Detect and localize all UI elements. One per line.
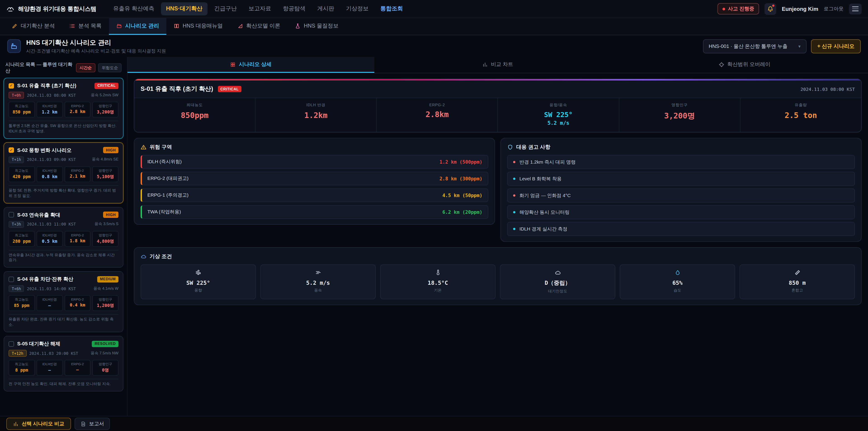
severity-badge: CRITICAL	[95, 83, 119, 89]
recommendation-item: IDLH 경계 실시간 측정	[507, 222, 855, 236]
menu-button[interactable]	[849, 3, 862, 14]
tab-scenario-detail[interactable]: 시나리오 상세	[127, 57, 374, 73]
nav-item-rescue[interactable]: 긴급구난	[209, 2, 242, 16]
metric-idlh: IDLH반경1.2 km	[37, 102, 63, 118]
chevron-down-icon: ▾	[798, 43, 801, 49]
tab-compare-chart[interactable]: 비교 차트	[374, 57, 621, 73]
tab-hns-manual[interactable]: HNS 대응매뉴얼	[166, 18, 230, 35]
metric-erpg2: ERPG-20.4 km	[64, 296, 91, 311]
nav-item-integrated-search[interactable]: 통합조회	[375, 2, 408, 16]
page-header: HNS 대기확산 시나리오 관리 시간·조건별 대기확산 예측 시나리오 비교·…	[0, 35, 868, 57]
bell-icon	[767, 6, 774, 12]
logout-link[interactable]: 로그아웃	[824, 5, 844, 12]
recommendation-item: 해양확산 동시 모니터링	[507, 205, 855, 219]
bar-chart-icon	[13, 421, 19, 427]
scenario-title: S-02 풍향 변화 시나리오	[17, 147, 100, 154]
scenario-description: 풍향 SE 전환. 주거지역 방향 확산 확대. 영향인구 증가. 대피 범위 …	[8, 185, 119, 199]
scenario-checkbox[interactable]	[8, 341, 14, 346]
metric-erpg2: ERPG-22.8 km	[64, 102, 91, 118]
top-nav: 해양환경 위기대응 통합시스템 유출유 확산예측 HNS·대기확산 긴급구난 보…	[0, 0, 868, 18]
scenario-card-s04[interactable]: S-04 유출 차단·잔류 확산 MEDIUM T+6h 2024.11.03 …	[4, 271, 123, 333]
scenario-checkbox[interactable]	[8, 148, 14, 153]
detail-metric-max-concentration: 최대농도 850ppm	[134, 98, 255, 132]
detail-metric-erpg2: ERPG-2 2.8km	[377, 98, 498, 132]
notifications-button[interactable]	[765, 3, 776, 15]
scenario-card-s02[interactable]: S-02 풍향 변화 시나리오 HIGH T+1h 2024.11.03 09:…	[4, 143, 123, 204]
detail-metric-strip: 최대농도 850ppm IDLH 반경 1.2km ERPG-2 2.8km	[134, 98, 861, 132]
metric-idlh: IDLH반경—	[37, 360, 63, 376]
weather-wind-speed: 5.2 m/s 풍속	[260, 265, 376, 299]
danger-zone-twa: TWA (작업허용) 6.2 km (20ppm)	[141, 205, 488, 219]
sidebar-title: 시나리오 목록 — 톨루엔 대기확산	[5, 61, 73, 74]
detail-metric-spill-amount: 유출량 2.5 ton	[741, 98, 861, 132]
severity-badge: HIGH	[103, 147, 119, 153]
metric-concentration: 최고농도280 ppm	[8, 231, 35, 247]
wind-label: 풍속 4.1m/s W	[93, 286, 119, 291]
book-icon	[174, 23, 180, 29]
tab-diffusion-analysis[interactable]: 대기확산 분석	[4, 18, 62, 35]
tab-range-overlay[interactable]: 확산범위 오버레이	[621, 57, 868, 73]
nav-item-hns-diffusion[interactable]: HNS·대기확산	[161, 2, 207, 16]
metric-concentration: 최고농도850 ppm	[8, 102, 35, 118]
nav-item-board[interactable]: 게시판	[312, 2, 339, 16]
thermometer-icon	[435, 269, 441, 276]
content: 시나리오 목록 — 톨루엔 대기확산 시간순 위험도순 S-01 유출 직후 (…	[0, 57, 868, 416]
danger-zones-panel: 위험 구역 IDLH (즉시위험) 1.2 km (500ppm) ERPG-2…	[134, 138, 495, 225]
nav-item-weather[interactable]: 기상정보	[341, 2, 374, 16]
nav-item-oil-spill[interactable]: 유출유 확산예측	[108, 2, 159, 16]
wind-icon	[195, 269, 202, 276]
tab-hns-substance-info[interactable]: HNS 물질정보	[287, 18, 346, 35]
cloud-icon	[141, 254, 147, 259]
tab-analysis-list[interactable]: 분석 목록	[62, 18, 109, 35]
triangle-ruler-icon	[237, 23, 243, 29]
scenario-description: 연속유출 3시간 경과. 누적 유출량 증가. 풍속 감소로 체류 시간 증가.	[8, 250, 119, 263]
brand: 해양환경 위기대응 통합시스템	[6, 5, 96, 13]
severity-badge: HIGH	[103, 212, 119, 218]
page-icon-box	[7, 39, 21, 53]
incident-select[interactable]: HNS-001 · 울산 온산항 톨루엔 누출 ▾	[703, 39, 806, 53]
footer-action-bar: 선택 시나리오 비교 보고서	[0, 416, 868, 431]
factory-icon	[10, 42, 18, 50]
notification-dot	[772, 4, 775, 6]
report-button[interactable]: 보고서	[74, 418, 110, 430]
nav-item-aerial-search[interactable]: 항공탐색	[278, 2, 311, 16]
detail-severity-badge: CRITICAL	[218, 86, 241, 92]
sort-by-time-chip[interactable]: 시간순	[76, 63, 95, 72]
brand-logo-icon	[6, 5, 14, 13]
page-title-group: HNS 대기확산 시나리오 관리 시간·조건별 대기확산 예측 시나리오 비교·…	[26, 38, 166, 54]
recommendations-title-row: 대응 권고 사항	[507, 144, 855, 151]
incident-status-badge: 사고 진행중	[718, 3, 759, 14]
metric-idlh: IDLH반경0.5 km	[37, 231, 63, 247]
metric-erpg2: ERPG-22.1 km	[64, 166, 91, 182]
tab-model-theory[interactable]: 확산모델 이론	[230, 18, 287, 35]
scenario-checkbox[interactable]	[8, 212, 14, 217]
user-name[interactable]: Eunjeong Kim	[782, 6, 818, 12]
bullet-dot-icon	[513, 228, 515, 230]
page-title: HNS 대기확산 시나리오 관리	[26, 38, 166, 47]
document-icon	[81, 421, 86, 427]
nav-item-reports[interactable]: 보고자료	[244, 2, 276, 16]
scenario-checkbox[interactable]	[8, 83, 14, 88]
danger-zones-title-row: 위험 구역	[141, 144, 488, 151]
sort-by-risk-chip[interactable]: 위험도순	[98, 63, 122, 72]
new-scenario-button[interactable]: + 신규 시나리오	[811, 39, 861, 53]
detail-title: S-01 유출 직후 (초기 확산)	[141, 85, 213, 93]
time-offset-chip: T+6h	[8, 285, 24, 292]
scenario-card-s05[interactable]: S-05 대기확산 해제 RESOLVED T+12h 2024.11.03 2…	[4, 336, 123, 392]
weather-humidity: 65% 습도	[620, 265, 735, 299]
metric-idlh: IDLH반경0.8 km	[37, 166, 63, 182]
grid-icon	[230, 62, 236, 67]
scenario-checkbox[interactable]	[8, 277, 14, 282]
clapperboard-icon	[116, 23, 122, 29]
incident-select-value: HNS-001 · 울산 온산항 톨루엔 누출	[709, 43, 787, 50]
scenario-card-s01[interactable]: S-01 유출 직후 (초기 확산) CRITICAL T+0h 2024.11…	[4, 78, 123, 139]
scenario-card-s03[interactable]: S-03 연속유출 확대 HIGH T+3h 2024.11.03 11:00 …	[4, 207, 123, 268]
shield-icon	[507, 144, 513, 150]
page-subtitle: 시간·조건별 대기확산 예측 시나리오 비교·검토 및 대응 의사결정 지원	[26, 48, 166, 54]
bullet-dot-icon	[513, 194, 515, 196]
compare-scenarios-button[interactable]: 선택 시나리오 비교	[6, 418, 71, 430]
tab-scenario-management[interactable]: 시나리오 관리	[109, 18, 166, 35]
scenario-detail-card: S-01 유출 직후 (초기 확산) CRITICAL 2024.11.03 0…	[134, 79, 862, 132]
weather-panel: 기상 조건 SW 225° 풍향 5.2 m/s 풍속	[134, 247, 862, 305]
bar-chart-icon	[483, 62, 488, 67]
